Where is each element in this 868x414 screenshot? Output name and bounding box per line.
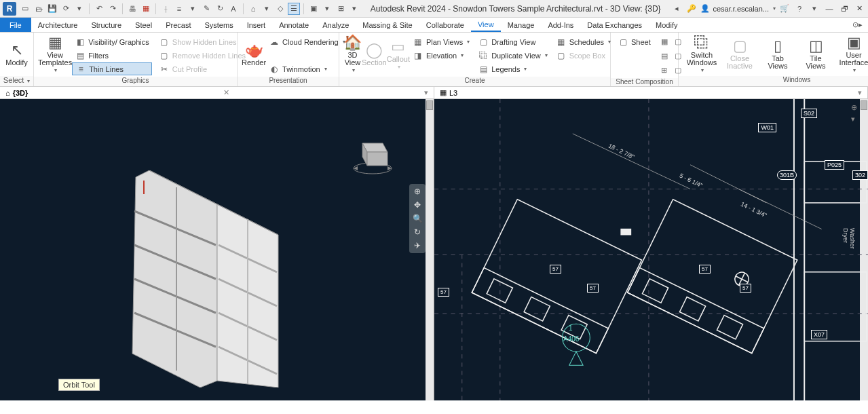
qat-tree-icon[interactable]: ☰ <box>288 3 300 15</box>
viewport-3d[interactable]: ⊕ ✥ 🔍 ↻ ✈ <box>0 99 434 400</box>
tab-file[interactable]: File <box>0 18 31 32</box>
steering-wheel-icon[interactable]: ⊕ <box>414 187 421 196</box>
qat-home-icon[interactable]: ⌂ <box>247 3 259 15</box>
thin-lines-button[interactable]: ≡Thin Lines <box>72 62 152 75</box>
pan-icon[interactable]: ✥ <box>414 200 421 210</box>
view-tab-3d[interactable]: ⌂ {3D} ✕ ▾ <box>0 87 434 98</box>
minimize-button[interactable]: — <box>823 3 835 15</box>
tag-302[interactable]: 302 <box>852 170 868 180</box>
3d-view-button[interactable]: 🏠3D View▾ <box>343 34 362 75</box>
tab-annotate[interactable]: Annotate <box>272 18 316 32</box>
close-button[interactable]: ✕ <box>853 3 865 15</box>
twinmotion-button[interactable]: ◐Twinmotion▾ <box>266 62 348 75</box>
sheet-icon-1[interactable]: ▦ <box>658 35 671 48</box>
qat-dropdown5-icon[interactable]: ▾ <box>348 3 360 15</box>
qat-spin-icon[interactable]: ↻ <box>214 3 226 15</box>
modify-button[interactable]: ↖Modify <box>4 34 29 75</box>
panel-graphics-title[interactable]: Graphics <box>34 77 237 86</box>
qat-dropdown2-icon[interactable]: ▾ <box>187 3 199 15</box>
tab-massing[interactable]: Massing & Site <box>356 18 419 32</box>
qat-tag-icon[interactable]: ✎ <box>200 3 212 15</box>
play-icon[interactable]: ⊙▸ <box>852 20 863 29</box>
qat-open-folder-icon[interactable]: 🗁 <box>33 3 45 15</box>
viewport-plan[interactable]: S02 W01 301B P025 302 X07 57 57 57 57 57… <box>434 99 868 400</box>
tag-57-4[interactable]: 57 <box>740 284 751 293</box>
tab-manage[interactable]: Manage <box>501 18 542 32</box>
qat-open-icon[interactable]: ▭ <box>19 3 31 15</box>
compass-icon[interactable]: ⊕ <box>851 103 857 112</box>
tab-steel[interactable]: Steel <box>128 18 159 32</box>
tag-p025[interactable]: P025 <box>825 160 844 170</box>
elevation-button[interactable]: ◨Elevation▾ <box>410 49 472 62</box>
qat-sync-icon[interactable]: ⟳ <box>60 3 72 15</box>
tab-views-button[interactable]: ▯Tab Views <box>759 34 797 75</box>
view-cube[interactable] <box>345 126 400 181</box>
scrollbar-left[interactable] <box>426 99 434 400</box>
search-icon[interactable]: ◂ <box>671 3 683 15</box>
sheet-button[interactable]: ▢Sheet <box>615 35 654 48</box>
tag-w01[interactable]: W01 <box>758 123 776 132</box>
tab-modify[interactable]: Modify <box>649 18 684 32</box>
switch-windows-button[interactable]: ⿻Switch Windows▾ <box>683 34 721 75</box>
callout-sheet[interactable]: A406 <box>563 335 579 343</box>
tab-architecture[interactable]: Architecture <box>31 18 85 32</box>
tab-systems[interactable]: Systems <box>197 18 240 32</box>
tab-view[interactable]: View <box>471 18 501 32</box>
qat-undo-icon[interactable]: ↶ <box>93 3 105 15</box>
schedules-button[interactable]: ▦Schedules▾ <box>553 35 614 48</box>
legends-button[interactable]: ▤Legends▾ <box>475 62 550 75</box>
filters-button[interactable]: ▤Filters <box>72 49 152 62</box>
tab-insert[interactable]: Insert <box>240 18 273 32</box>
navigation-bar-3d[interactable]: ⊕ ✥ 🔍 ↻ ✈ <box>409 184 426 253</box>
duplicate-view-button[interactable]: ⿻Duplicate View▾ <box>475 49 550 62</box>
sheet-icon-3[interactable]: ⊞ <box>658 64 671 77</box>
qat-dropdown3-icon[interactable]: ▾ <box>261 3 273 15</box>
qat-print-icon[interactable]: 🖶 <box>126 3 138 15</box>
tab-collaborate[interactable]: Collaborate <box>419 18 471 32</box>
visibility-graphics-button[interactable]: ◧Visibility/ Graphics <box>72 35 152 48</box>
tag-57-1[interactable]: 57 <box>550 265 561 274</box>
tab-analyze[interactable]: Analyze <box>316 18 356 32</box>
zoom-icon[interactable]: 🔍 <box>413 214 423 223</box>
qat-redo-icon[interactable]: ↷ <box>107 3 119 15</box>
qat-dropdown4-icon[interactable]: ▾ <box>321 3 333 15</box>
qat-save-icon[interactable]: 💾 <box>46 3 58 15</box>
tag-57-2[interactable]: 57 <box>587 284 599 293</box>
sheet-icon-2[interactable]: ▤ <box>658 50 671 62</box>
tab-dropdown-icon-2[interactable]: ▾ <box>858 88 862 97</box>
send-icon[interactable]: ✈ <box>414 241 421 250</box>
help-icon[interactable]: ? <box>793 3 806 15</box>
tab-structure[interactable]: Structure <box>84 18 128 32</box>
qat-text-icon[interactable]: A <box>227 3 240 15</box>
cart-icon[interactable]: 🛒 <box>778 3 791 15</box>
view-templates-button[interactable]: ▦View Templates▾ <box>38 34 72 75</box>
plan-views-button[interactable]: ▦Plan Views▾ <box>410 35 472 48</box>
qat-grid-icon[interactable]: ⊞ <box>335 3 347 15</box>
restore-button[interactable]: 🗗 <box>838 3 850 15</box>
close-tab-icon[interactable]: ✕ <box>223 88 229 97</box>
tab-addins[interactable]: Add-Ins <box>541 18 580 32</box>
tag-301b[interactable]: 301B <box>777 170 797 180</box>
panel-select-title[interactable]: Select ▾ <box>0 76 33 86</box>
render-button[interactable]: 🫖Render <box>242 34 266 75</box>
tab-precast[interactable]: Precast <box>159 18 197 32</box>
drafting-view-button[interactable]: ▢Drafting View <box>475 35 550 48</box>
qat-pdf-icon[interactable]: ▦ <box>140 3 152 15</box>
help-dropdown-icon[interactable]: ▾ <box>808 3 820 15</box>
plan-zoom-icon[interactable]: ▾ <box>851 115 857 124</box>
tab-dropdown-icon[interactable]: ▾ <box>424 88 428 97</box>
qat-measure-icon[interactable]: ⟊ <box>159 3 172 15</box>
orbit-icon[interactable]: ↻ <box>414 227 421 237</box>
qat-dropdown-icon[interactable]: ▾ <box>73 3 86 15</box>
qat-align-icon[interactable]: ≡ <box>173 3 185 15</box>
key-icon[interactable]: 🔑 <box>685 3 698 15</box>
callout-number[interactable]: 1 <box>569 324 573 332</box>
user-interface-button[interactable]: ▣User Interface▾ <box>835 34 868 75</box>
tag-57-5[interactable]: 57 <box>438 288 449 297</box>
tab-dataexchanges[interactable]: Data Exchanges <box>580 18 649 32</box>
qat-window-icon[interactable]: ▣ <box>307 3 320 15</box>
tag-x07[interactable]: X07 <box>811 330 827 339</box>
user-account[interactable]: 👤 cesar.r.escalan... ▾ <box>700 4 776 13</box>
tile-views-button[interactable]: ◫Tile Views <box>797 34 835 75</box>
qat-nav-icon[interactable]: ◇ <box>274 3 286 15</box>
